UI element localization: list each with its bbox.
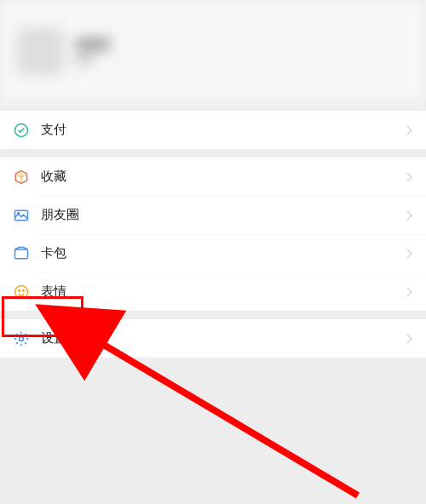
menu-section-settings: 设置	[0, 319, 426, 358]
pay-icon	[12, 121, 31, 140]
svg-point-7	[20, 336, 24, 341]
profile-header[interactable]	[0, 0, 426, 102]
menu-item-favorites[interactable]: 收藏	[0, 158, 426, 196]
svg-line-9	[94, 339, 358, 495]
chevron-right-icon	[402, 287, 412, 296]
gear-icon	[12, 329, 31, 348]
image-icon	[12, 206, 31, 225]
menu-item-label: 设置	[41, 330, 404, 346]
cube-icon	[12, 168, 31, 186]
avatar	[17, 28, 64, 75]
menu-item-moments[interactable]: 朋友圈	[0, 196, 426, 234]
menu-section-features: 收藏 朋友圈 卡包	[0, 158, 426, 311]
menu-item-label: 支付	[41, 122, 404, 138]
menu-item-label: 表情	[41, 284, 404, 300]
svg-rect-3	[15, 249, 28, 259]
menu-item-pay[interactable]: 支付	[0, 111, 426, 149]
menu-item-stickers[interactable]: 表情	[0, 272, 426, 311]
svg-point-2	[18, 212, 20, 214]
chevron-right-icon	[402, 334, 412, 343]
svg-point-5	[19, 289, 20, 291]
menu-item-label: 收藏	[41, 169, 404, 185]
chevron-right-icon	[402, 249, 412, 258]
chevron-right-icon	[402, 210, 412, 220]
menu-item-settings[interactable]: 设置	[0, 319, 426, 358]
chevron-right-icon	[402, 172, 412, 181]
profile-name-block	[76, 38, 110, 64]
chevron-right-icon	[402, 125, 412, 135]
svg-point-6	[23, 289, 25, 291]
menu-item-label: 朋友圈	[41, 207, 404, 223]
menu-item-cards[interactable]: 卡包	[0, 234, 426, 272]
wallet-icon	[12, 244, 31, 263]
menu-item-label: 卡包	[41, 245, 404, 261]
svg-point-4	[15, 285, 28, 298]
menu-section-pay: 支付	[0, 111, 426, 149]
smile-icon	[12, 283, 31, 301]
